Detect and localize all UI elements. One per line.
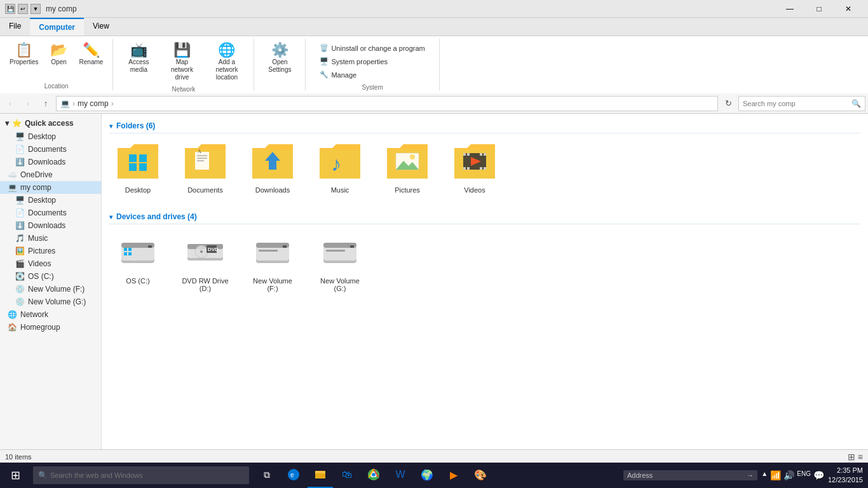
- open-button[interactable]: 📂 Open: [46, 40, 72, 69]
- svg-rect-34: [463, 167, 466, 170]
- taskbar-edge[interactable]: e: [281, 463, 306, 488]
- sidebar-item-videos[interactable]: 🎬 Videos: [0, 257, 101, 270]
- notification-icon[interactable]: 💬: [813, 470, 824, 480]
- folder-desktop[interactable]: Desktop: [109, 140, 166, 197]
- ribbon-content: 📋 Properties 📂 Open ✏️ Rename Location 📺…: [0, 36, 868, 93]
- desktop2-icon: 🖥️: [15, 196, 25, 205]
- sidebar-item-onedrive[interactable]: ☁️ OneDrive: [0, 168, 101, 181]
- sidebar-label-documents: Documents: [28, 145, 67, 154]
- rename-icon: ✏️: [83, 43, 100, 57]
- properties-button[interactable]: 📋 Properties: [5, 40, 43, 69]
- svg-rect-7: [139, 163, 147, 171]
- search-box[interactable]: 🔍: [738, 96, 865, 111]
- sidebar-item-network[interactable]: 🌐 Network: [0, 308, 101, 321]
- back-button[interactable]: ‹: [3, 96, 18, 111]
- drive-newvol-g[interactable]: New Volume (G:): [311, 231, 369, 295]
- tab-file[interactable]: File: [0, 18, 30, 36]
- sidebar-item-documents[interactable]: 📄 Documents: [0, 143, 101, 156]
- minimize-button[interactable]: —: [775, 0, 804, 18]
- documents-icon: 📄: [15, 145, 25, 154]
- save-icon[interactable]: 💾: [5, 4, 15, 14]
- taskbar-address-input[interactable]: [655, 471, 744, 479]
- sidebar-item-documents2[interactable]: 📄 Documents: [0, 207, 101, 219]
- taskbar-internet[interactable]: 🌍: [414, 463, 440, 488]
- sidebar-item-mycomp[interactable]: 💻 my comp: [0, 181, 101, 194]
- start-button[interactable]: ⊞: [0, 463, 31, 488]
- close-button[interactable]: ✕: [834, 0, 863, 18]
- sidebar-item-downloads[interactable]: ⬇️ Downloads: [0, 156, 101, 168]
- desktop-icon: 🖥️: [15, 132, 25, 141]
- system-properties-button[interactable]: 🖥️ System properties: [316, 56, 428, 67]
- map-drive-button[interactable]: 💾 Map network drive: [161, 40, 202, 85]
- list-view-button[interactable]: ≡: [858, 452, 863, 462]
- taskbar-store[interactable]: 🛍: [334, 463, 360, 488]
- folder-documents[interactable]: A Documents: [177, 140, 234, 197]
- folder-music[interactable]: ♪ Music: [311, 140, 369, 197]
- svg-point-52: [200, 250, 203, 253]
- sidebar-item-newvol-g[interactable]: 💿 New Volume (G:): [0, 295, 101, 308]
- svg-rect-59: [259, 250, 278, 252]
- folder-videos[interactable]: Videos: [446, 140, 503, 197]
- sidebar-item-downloads2[interactable]: ⬇️ Downloads: [0, 219, 101, 232]
- clock-date: 12/23/2015: [828, 475, 863, 485]
- folder-downloads[interactable]: Downloads: [244, 140, 301, 197]
- sidebar-item-quick-access[interactable]: ▾ ⭐ Quick access: [0, 116, 101, 130]
- rename-button[interactable]: ✏️ Rename: [75, 40, 108, 69]
- uninstall-button[interactable]: 🗑️ Uninstall or change a program: [316, 43, 428, 53]
- taskbar-task-view[interactable]: ⧉: [254, 463, 280, 488]
- svg-rect-30: [463, 153, 466, 156]
- system-clock[interactable]: 2:35 PM 12/23/2015: [828, 466, 863, 485]
- sidebar-item-desktop2[interactable]: 🖥️ Desktop: [0, 194, 101, 207]
- drives-section-header[interactable]: ▾ Devices and drives (4): [109, 210, 860, 224]
- sidebar-item-pictures[interactable]: 🖼️ Pictures: [0, 245, 101, 257]
- refresh-button[interactable]: ↻: [721, 96, 736, 111]
- grid-view-button[interactable]: ⊞: [848, 452, 855, 462]
- add-location-button[interactable]: 🌐 Add a network location: [205, 40, 248, 85]
- maximize-button[interactable]: □: [804, 0, 834, 18]
- undo-icon[interactable]: ↩: [18, 4, 28, 14]
- tab-view[interactable]: View: [84, 18, 118, 36]
- taskbar-search-box[interactable]: 🔍: [33, 466, 249, 484]
- keyboard-icon[interactable]: ENG: [797, 470, 811, 480]
- tab-computer[interactable]: Computer: [30, 18, 84, 36]
- drive-newvol-f[interactable]: New Volume (F:): [244, 231, 301, 295]
- volume-icon[interactable]: 🔊: [783, 470, 794, 480]
- sidebar-item-homegroup[interactable]: 🏠 Homegroup: [0, 321, 101, 334]
- address-go-icon[interactable]: →: [747, 471, 754, 479]
- svg-rect-32: [480, 153, 482, 156]
- forward-button[interactable]: ›: [20, 96, 36, 111]
- drive-dvd[interactable]: DVD DVD RW Drive (D:): [177, 231, 234, 295]
- show-hidden-icon[interactable]: ▲: [761, 470, 768, 480]
- taskbar-explorer[interactable]: [308, 463, 333, 488]
- sidebar-item-music[interactable]: 🎵 Music: [0, 232, 101, 245]
- access-media-icon: 📺: [130, 43, 147, 57]
- folder-pictures[interactable]: Pictures: [379, 140, 436, 197]
- up-button[interactable]: ↑: [38, 96, 53, 111]
- drives-chevron-icon: ▾: [109, 214, 112, 220]
- access-media-button[interactable]: 📺 Access media: [118, 40, 159, 77]
- manage-button[interactable]: 🔧 Manage: [316, 69, 428, 80]
- svg-rect-46: [128, 252, 132, 255]
- folders-section-header[interactable]: ▾ Folders (6): [109, 119, 860, 133]
- folders-chevron-icon: ▾: [109, 123, 112, 130]
- svg-rect-33: [484, 153, 486, 156]
- sidebar-label-homegroup: Homegroup: [20, 323, 60, 332]
- taskbar-vlc[interactable]: ▶: [441, 463, 466, 488]
- properties-icon[interactable]: ▼: [31, 4, 41, 14]
- search-input[interactable]: [743, 100, 851, 107]
- sidebar-item-osc[interactable]: 💽 OS (C:): [0, 270, 101, 283]
- network-tray-icon[interactable]: 📶: [770, 470, 781, 480]
- svg-rect-43: [124, 248, 127, 251]
- taskbar-word[interactable]: W: [388, 463, 413, 488]
- drive-osc[interactable]: OS (C:): [109, 231, 166, 295]
- taskbar-address-bar[interactable]: Address →: [623, 470, 757, 480]
- sidebar-item-desktop[interactable]: 🖥️ Desktop: [0, 130, 101, 143]
- breadcrumb-mycomp[interactable]: my comp: [78, 99, 109, 108]
- sidebar-item-newvol-f[interactable]: 💿 New Volume (F:): [0, 283, 101, 295]
- drives-section-label: Devices and drives (4): [116, 212, 197, 221]
- taskbar-paint[interactable]: 🎨: [468, 463, 493, 488]
- taskbar-chrome[interactable]: [361, 463, 386, 488]
- address-path[interactable]: 💻 › my comp ›: [56, 96, 718, 111]
- taskbar-search-input[interactable]: [50, 471, 244, 479]
- open-settings-button[interactable]: ⚙️ Open Settings: [259, 40, 300, 77]
